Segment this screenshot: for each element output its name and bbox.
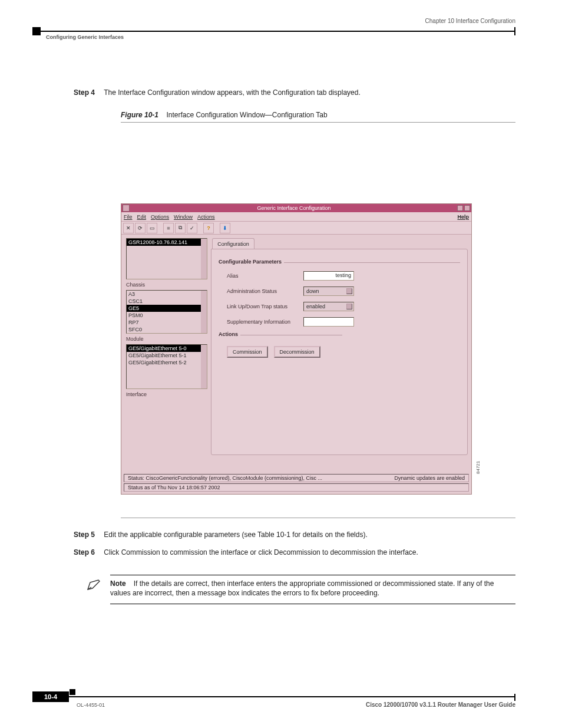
decommission-button[interactable]: Decommission: [274, 346, 320, 358]
list-item[interactable]: CSC1: [127, 298, 207, 305]
step-5-text: Edit the applicable configurable paramet…: [104, 531, 367, 539]
supp-info-label: Supplementary Information: [227, 319, 303, 325]
list-item[interactable]: SFC0: [127, 326, 207, 333]
footer-rule: [32, 696, 515, 697]
chassis-label: Chassis: [126, 282, 207, 288]
toolbar-btn-6[interactable]: ✓: [187, 223, 197, 233]
toolbar-btn-2[interactable]: ⟳: [135, 223, 146, 233]
menu-edit[interactable]: Edit: [137, 214, 147, 220]
toolbar-btn-1[interactable]: ✕: [123, 223, 134, 233]
list-item[interactable]: GE5/GigabitEthernet 5-2: [127, 359, 207, 366]
note-pencil-icon: [87, 579, 102, 591]
figure-caption: Figure 10-1 Interface Configuration Wind…: [121, 111, 328, 119]
figure-rule-bottom: [121, 518, 515, 518]
step-4: Step 4 The Interface Configuration windo…: [74, 88, 361, 97]
list-item[interactable]: GE5/GigabitEthernet 5-1: [127, 352, 207, 359]
status-line-2: Status as of Thu Nov 14 18:06:57 2002: [128, 485, 220, 490]
menu-options[interactable]: Options: [151, 214, 169, 220]
admin-status-value: down: [306, 288, 319, 294]
chevron-down-icon: [346, 288, 352, 294]
actions-group: Actions Commission Decommission: [219, 335, 342, 363]
note-block: Note If the details are correct, then in…: [87, 575, 515, 604]
toolbar-btn-4[interactable]: ≡: [163, 223, 174, 233]
trap-status-label: Link Up/Down Trap status: [227, 304, 303, 309]
chapter-header: Chapter 10 Interface Configuration: [425, 18, 515, 24]
configurable-parameters-group: Configurable Parameters Alias testing Ad…: [219, 262, 460, 327]
admin-status-dropdown[interactable]: down: [303, 286, 354, 296]
admin-status-label: Administration Status: [227, 288, 303, 294]
trap-status-value: enabled: [306, 304, 325, 309]
footer-ol: OL-4455-01: [77, 702, 105, 708]
alias-input[interactable]: testing: [303, 271, 354, 281]
alias-label: Alias: [227, 273, 303, 279]
toolbar: ✕ ⟳ ▭ ≡ ⧉ ✓ ? ⬇: [121, 222, 471, 235]
scrollbar-icon[interactable]: [201, 345, 207, 388]
list-item[interactable]: GE5: [127, 305, 207, 312]
step-5-label: Step 5: [74, 531, 95, 539]
footer-nub: [70, 689, 75, 695]
menu-bar: File Edit Options Window Actions Help: [121, 212, 471, 222]
list-item[interactable]: RP7: [127, 319, 207, 326]
section-header: Configuring Generic Interfaces: [46, 34, 124, 40]
config-window: Generic Interface Configuration File Edi…: [121, 203, 472, 495]
trap-status-dropdown[interactable]: enabled: [303, 302, 354, 311]
note-text: If the details are correct, then interfa…: [110, 579, 494, 597]
figure-side-id: 84721: [475, 461, 481, 474]
toolbar-btn-3[interactable]: ▭: [147, 223, 157, 233]
maximize-icon[interactable]: [464, 205, 470, 211]
step-6-label: Step 6: [74, 548, 95, 556]
header-block: [32, 27, 41, 35]
status-line-1-left: Status: CiscoGenericFunctionality (error…: [128, 475, 322, 481]
module-label: Module: [126, 336, 207, 342]
footer-tick: [514, 694, 515, 701]
actions-legend: Actions: [219, 331, 240, 337]
step-6-text: Click Commission to commission the inter…: [104, 548, 418, 556]
tab-configuration[interactable]: Configuration: [212, 238, 254, 249]
step-5: Step 5 Edit the applicable configurable …: [74, 531, 515, 539]
figure-rule-top: [121, 122, 515, 123]
toolbar-btn-5[interactable]: ⧉: [175, 223, 186, 233]
title-bar: Generic Interface Configuration: [121, 204, 471, 212]
status-line-1-right: Dynamic updates are enabled: [394, 475, 465, 481]
step-4-label: Step 4: [74, 88, 95, 97]
status-bar: Status: CiscoGenericFunctionality (error…: [124, 474, 469, 492]
config-panel: Configurable Parameters Alias testing Ad…: [211, 249, 468, 455]
menu-window[interactable]: Window: [174, 214, 193, 220]
step-4-text: The Interface Configuration window appea…: [104, 88, 361, 97]
toolbar-btn-go[interactable]: ⬇: [220, 223, 230, 233]
scrollbar-icon[interactable]: [201, 239, 207, 279]
scrollbar-icon[interactable]: [201, 291, 207, 333]
list-item[interactable]: PSM0: [127, 312, 207, 319]
interface-label: Interface: [126, 391, 207, 397]
toolbar-btn-help[interactable]: ?: [203, 223, 214, 233]
device-list[interactable]: GSR12008-10.76.82.141: [126, 238, 207, 279]
chevron-down-icon: [346, 304, 352, 309]
commission-button[interactable]: Commission: [227, 346, 268, 358]
footer-title: Cisco 12000/10700 v3.1.1 Router Manager …: [366, 701, 515, 708]
params-legend: Configurable Parameters: [219, 259, 284, 265]
list-item[interactable]: A3: [127, 291, 207, 298]
menu-actions[interactable]: Actions: [197, 214, 215, 220]
header-rule: [32, 31, 515, 32]
supp-info-input[interactable]: [303, 317, 354, 327]
module-list[interactable]: A3 CSC1 GE5 PSM0 RP7 SFC0: [126, 290, 207, 334]
window-title: Generic Interface Configuration: [131, 205, 457, 211]
note-label: Note: [110, 579, 126, 588]
list-item[interactable]: GE5/GigabitEthernet 5-0: [127, 345, 207, 352]
device-row[interactable]: GSR12008-10.76.82.141: [127, 239, 207, 246]
step-6: Step 6 Click Commission to commission th…: [74, 548, 515, 556]
sys-menu-icon[interactable]: [123, 205, 130, 212]
figure-id: Figure 10-1: [121, 111, 158, 119]
page-number: 10-4: [32, 691, 69, 702]
menu-help[interactable]: Help: [457, 214, 469, 220]
minimize-icon[interactable]: [457, 205, 463, 211]
figure-title: Interface Configuration Window—Configura…: [166, 111, 327, 119]
menu-file[interactable]: File: [124, 214, 133, 220]
header-tick: [514, 27, 515, 35]
interface-list[interactable]: GE5/GigabitEthernet 5-0 GE5/GigabitEther…: [126, 344, 207, 389]
